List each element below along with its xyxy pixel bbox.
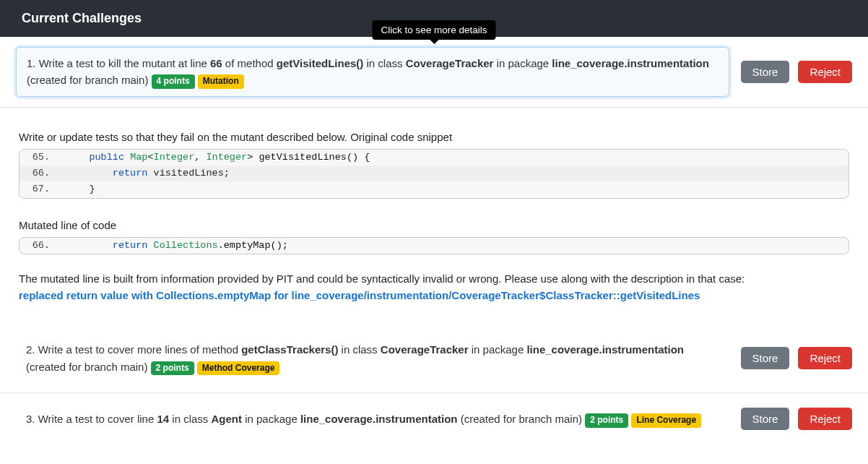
- type-badge: Mutation: [198, 74, 244, 89]
- tooltip-details: Click to see more details: [372, 20, 495, 40]
- panel-title: Current Challenges: [22, 11, 142, 25]
- reject-button[interactable]: Reject: [798, 408, 852, 430]
- store-button[interactable]: Store: [741, 61, 790, 83]
- store-button[interactable]: Store: [741, 347, 790, 369]
- detail-intro: Write or update tests so that they fail …: [19, 131, 849, 143]
- code-line: 65. public Map<Integer, Integer> getVisi…: [19, 150, 849, 166]
- challenge-row[interactable]: 3. Write a test to cover line 14 in clas…: [0, 393, 868, 445]
- reject-button[interactable]: Reject: [798, 347, 852, 369]
- mutated-heading: Mutated line of code: [19, 219, 849, 231]
- panel-header: Current Challenges Click to see more det…: [0, 0, 868, 37]
- challenge-description[interactable]: 1. Write a test to kill the mutant at li…: [16, 47, 729, 97]
- reject-button[interactable]: Reject: [798, 61, 852, 83]
- challenge-actions: Store Reject: [741, 408, 852, 430]
- store-button[interactable]: Store: [741, 408, 790, 430]
- challenge-description[interactable]: 2. Write a test to cover more lines of m…: [16, 334, 729, 382]
- challenge-actions: Store Reject: [741, 347, 852, 369]
- points-badge: 4 points: [152, 74, 195, 89]
- points-badge: 2 points: [585, 413, 628, 428]
- original-code-block: 65. public Map<Integer, Integer> getVisi…: [19, 149, 849, 199]
- pit-note: The mutated line is built from informati…: [19, 270, 849, 304]
- challenge-detail: Write or update tests so that they fail …: [0, 108, 868, 325]
- challenge-actions: Store Reject: [741, 61, 852, 83]
- code-line: 67. }: [19, 181, 849, 197]
- pit-description-link[interactable]: replaced return value with Collections.e…: [19, 289, 700, 301]
- points-badge: 2 points: [151, 361, 194, 376]
- challenge-description[interactable]: 3. Write a test to cover line 14 in clas…: [16, 403, 729, 435]
- code-line: 66. return Collections.emptyMap();: [19, 238, 849, 254]
- type-badge: Method Coverage: [197, 361, 280, 376]
- challenge-row[interactable]: 2. Write a test to cover more lines of m…: [0, 324, 868, 393]
- mutated-code-block: 66. return Collections.emptyMap();: [19, 237, 849, 254]
- type-badge: Line Coverage: [631, 413, 701, 428]
- challenge-row[interactable]: 1. Write a test to kill the mutant at li…: [0, 37, 868, 108]
- code-line: 66. return visitedLines;: [19, 166, 849, 181]
